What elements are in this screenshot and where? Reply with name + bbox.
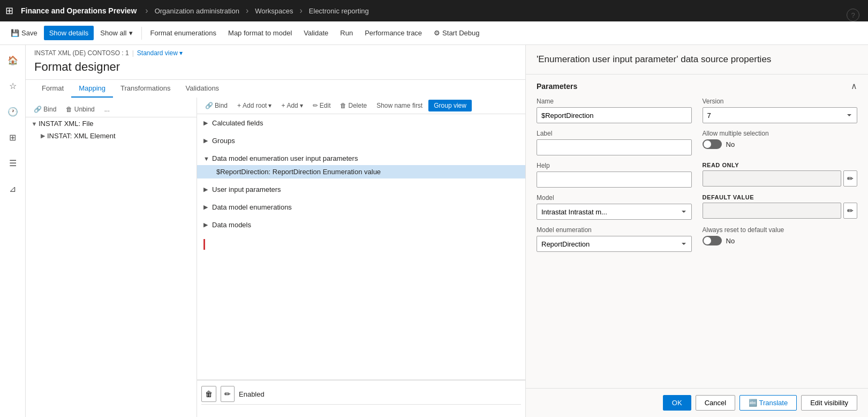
- allow-multiple-toggle[interactable]: [703, 139, 722, 149]
- map-format-button[interactable]: Map format to model: [223, 26, 297, 40]
- tab-transformations[interactable]: Transformations: [113, 80, 178, 98]
- tab-validations[interactable]: Validations: [178, 80, 227, 98]
- view-selector[interactable]: Standard view ▾: [137, 49, 183, 57]
- add-button[interactable]: + Add ▾: [277, 100, 306, 111]
- ds-group-header-enum-params[interactable]: ▼ Data model enumeration user input para…: [197, 152, 525, 165]
- edit-ds-button[interactable]: ✏ Edit: [309, 100, 335, 111]
- nav-separator-1: ›: [145, 6, 148, 16]
- right-panel-footer: OK Cancel 🔤 Translate Edit visibility: [526, 388, 868, 417]
- format-content: 🔗 Bind + Add root ▾ + Add ▾ ✏: [197, 98, 525, 417]
- model-enumeration-field: Model enumeration ReportDirection: [537, 226, 692, 252]
- tab-format[interactable]: Format: [34, 80, 71, 98]
- always-reset-field: Always reset to default value No: [703, 226, 858, 252]
- more-button[interactable]: ...: [101, 104, 114, 115]
- tree-expander-file: ▼: [30, 121, 39, 127]
- model-enumeration-select[interactable]: ReportDirection: [537, 236, 692, 252]
- name-input[interactable]: [537, 107, 692, 123]
- model-field: Model Intrastat Intrastat m...: [537, 194, 692, 220]
- allow-multiple-label: Allow multiple selection: [703, 130, 858, 137]
- delete-formula-button[interactable]: 🗑: [201, 386, 216, 402]
- translate-button[interactable]: 🔤 Translate: [739, 395, 797, 411]
- ok-button[interactable]: OK: [663, 395, 691, 411]
- recent-icon[interactable]: 🕐: [3, 102, 22, 121]
- nav-org-admin[interactable]: Organization administration: [155, 7, 239, 15]
- name-field: Name: [537, 98, 692, 123]
- cancel-button[interactable]: Cancel: [696, 395, 735, 411]
- sidebar-icons: 🏠 ☆ 🕐 ⊞ ☰ ⊿: [0, 45, 26, 417]
- unbind-button[interactable]: 🗑 Unbind: [62, 104, 98, 115]
- add-root-button[interactable]: + Add root ▾: [233, 100, 275, 111]
- home-icon[interactable]: 🏠: [3, 50, 22, 70]
- ds-group-header-model-enum[interactable]: ▶ Data model enumerations: [197, 200, 525, 214]
- ds-bind-button[interactable]: 🔗 Bind: [201, 100, 231, 111]
- tab-mapping[interactable]: Mapping: [71, 80, 113, 98]
- help-input[interactable]: [537, 172, 692, 188]
- ds-group-header-data-models[interactable]: ▶ Data models: [197, 218, 525, 232]
- model-label: Model: [537, 194, 692, 202]
- edit-formula-button[interactable]: ✏: [221, 386, 235, 402]
- chevron-down-add-root: ▾: [268, 102, 271, 109]
- show-name-first-button[interactable]: Show name first: [373, 100, 426, 111]
- nav-electronic-reporting[interactable]: Electronic reporting: [309, 7, 369, 15]
- expand-user-input: ▶: [203, 186, 212, 193]
- tree-item-file[interactable]: ▼ INSTAT XML: File: [26, 117, 197, 130]
- ds-group-header-groups[interactable]: ▶ Groups: [197, 134, 525, 147]
- always-reset-toggle[interactable]: [703, 236, 722, 245]
- dashboard-icon[interactable]: ⊞: [3, 128, 22, 147]
- group-view-button[interactable]: Group view: [428, 100, 472, 111]
- filter-icon[interactable]: ⊿: [3, 179, 22, 198]
- format-enumerations-button[interactable]: Format enumerations: [145, 26, 222, 40]
- save-icon: 💾: [11, 29, 19, 37]
- always-reset-toggle-row: No: [703, 236, 858, 245]
- read-only-input-row: ✏: [703, 170, 858, 187]
- start-debug-button[interactable]: ⚙ Start Debug: [428, 26, 485, 40]
- show-all-button[interactable]: Show all ▾: [95, 26, 138, 40]
- performance-trace-button[interactable]: Performance trace: [359, 26, 427, 40]
- validate-button[interactable]: Validate: [298, 26, 334, 40]
- breadcrumb-item: INSTAT XML (DE) CONTOSO : 1: [34, 49, 129, 57]
- help-icon[interactable]: ?: [847, 9, 859, 21]
- default-value-edit-button[interactable]: ✏: [843, 203, 857, 219]
- label-input[interactable]: [537, 139, 692, 155]
- name-label: Name: [537, 98, 692, 105]
- allow-multiple-toggle-row: No: [703, 139, 858, 149]
- show-details-button[interactable]: Show details: [44, 26, 94, 40]
- enabled-label: Enabled: [239, 390, 265, 398]
- content-area: INSTAT XML (DE) CONTOSO : 1 | Standard v…: [26, 45, 525, 417]
- favorites-icon[interactable]: ☆: [3, 76, 22, 95]
- default-value-field: DEFAULT VALUE ✏: [703, 194, 858, 220]
- datasource-pane: ▶ Calculated fields ▶ Groups ▼ Dat: [197, 114, 525, 379]
- grid-icon[interactable]: ⊞: [5, 5, 13, 17]
- right-panel-title: 'Enumeration user input parameter' data …: [537, 54, 857, 65]
- datasource-toolbar: 🔗 Bind + Add root ▾ + Add ▾ ✏: [197, 98, 525, 114]
- save-button[interactable]: 💾 Save: [5, 26, 43, 40]
- always-reset-label: Always reset to default value: [703, 226, 858, 234]
- right-panel: 'Enumeration user input parameter' data …: [525, 45, 868, 417]
- ds-item-report-direction[interactable]: $ReportDirection: ReportDirection Enumer…: [197, 165, 525, 178]
- link-icon-ds: 🔗: [205, 102, 213, 109]
- debug-icon: ⚙: [434, 29, 440, 37]
- pencil-icon: ✏: [313, 102, 318, 109]
- edit-visibility-button[interactable]: Edit visibility: [801, 395, 857, 411]
- ds-group-header-user-input[interactable]: ▶ User input parameters: [197, 183, 525, 196]
- link-icon: 🔗: [34, 106, 42, 113]
- section-header-parameters[interactable]: Parameters ∧: [537, 81, 857, 91]
- bind-button[interactable]: 🔗 Bind: [30, 104, 60, 115]
- model-select[interactable]: Intrastat Intrastat m...: [537, 204, 692, 220]
- delete-ds-button[interactable]: 🗑 Delete: [336, 100, 371, 111]
- run-button[interactable]: Run: [335, 26, 358, 40]
- version-select[interactable]: 7: [703, 107, 858, 123]
- vertical-red-bar: [203, 239, 205, 250]
- tabs-row: Format Mapping Transformations Validatio…: [26, 80, 525, 98]
- read-only-edit-button[interactable]: ✏: [843, 170, 857, 187]
- always-reset-value: No: [726, 237, 735, 245]
- nav-separator-2: ›: [246, 6, 248, 16]
- list-icon[interactable]: ☰: [3, 153, 22, 173]
- label-label: Label: [537, 130, 692, 137]
- ds-group-data-models: ▶ Data models: [197, 216, 525, 234]
- nav-workspaces[interactable]: Workspaces: [255, 7, 293, 15]
- chevron-down-icon: ▾: [129, 29, 133, 37]
- ds-group-header-calculated[interactable]: ▶ Calculated fields: [197, 116, 525, 130]
- chevron-down-icon: ▾: [179, 49, 183, 57]
- tree-item-xml-element[interactable]: ▶ INSTAT: XML Element: [26, 130, 197, 142]
